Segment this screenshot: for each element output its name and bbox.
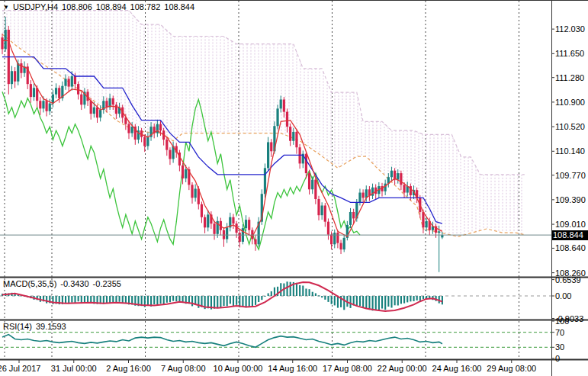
price-axis-label: 111.280 (555, 74, 584, 82)
indicator-axis-label: 70 (555, 329, 564, 337)
time-axis-label: 2 Aug 16:00 (106, 365, 151, 373)
time-axis-label: 31 Jul 00:00 (51, 365, 97, 373)
chart-canvas[interactable] (0, 0, 588, 376)
bar-open-value: 108.806 (62, 2, 92, 11)
time-axis-label: 14 Aug 16:00 (268, 365, 317, 373)
macd-name: MACD(5,35,5) (3, 279, 56, 288)
time-axis-label: 7 Aug 08:00 (161, 365, 206, 373)
bar-close-value: 108.844 (164, 2, 194, 11)
price-axis-label: 112.030 (555, 25, 585, 34)
macd-main-value: -0.3430 (60, 279, 88, 288)
price-axis-label: 109.390 (555, 196, 586, 204)
chart-title: ▼USDJPY,H4108.806108.894108.782108.844 (3, 3, 198, 12)
indicator-axis-label: 0 (555, 355, 560, 363)
indicator-axis-label: 30 (555, 343, 564, 352)
price-axis-label: 109.770 (555, 172, 586, 180)
bar-low-value: 108.782 (130, 2, 161, 11)
price-axis-label: 111.650 (555, 50, 584, 58)
indicator-axis-label: 0.00 (555, 292, 571, 300)
price-axis-label: 110.900 (555, 98, 585, 107)
indicator-axis-label: 0.6539 (555, 276, 581, 284)
macd-indicator-label: MACD(5,35,5)-0.3430-0.2355 (3, 280, 125, 288)
rsi-indicator-label: RSI(14)39.1593 (3, 323, 70, 331)
mt4-chart-window: ▼USDJPY,H4108.806108.894108.782108.844 M… (0, 0, 588, 376)
time-axis-label: 10 Aug 00:00 (214, 365, 263, 373)
current-price-badge: 108.844 (552, 230, 588, 240)
time-axis-label: 24 Aug 16:00 (432, 365, 482, 373)
symbol-dropdown-icon[interactable]: ▼ (3, 4, 9, 11)
time-axis-label: 17 Aug 08:00 (323, 365, 372, 373)
price-axis-label: 109.010 (555, 220, 586, 229)
price-axis-label: 108.640 (555, 244, 586, 252)
time-axis-label: 22 Aug 00:00 (378, 365, 427, 373)
indicator-axis-label: 100 (555, 317, 569, 326)
time-axis-label: 29 Aug 08:00 (487, 365, 536, 373)
macd-signal-value: -0.2355 (93, 279, 121, 288)
rsi-name: RSI(14) (3, 322, 32, 331)
price-axis-label: 110.140 (555, 147, 585, 156)
rsi-value: 39.1593 (36, 322, 66, 331)
price-axis-label: 110.520 (555, 123, 585, 131)
symbol-timeframe-label: USDJPY,H4 (13, 2, 58, 11)
time-axis-label: 26 Jul 2017 (0, 365, 40, 373)
bar-high-value: 108.894 (96, 2, 127, 11)
